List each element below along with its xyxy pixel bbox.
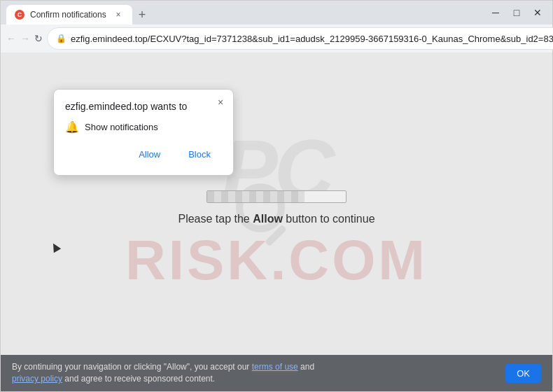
- address-bar: ← → ↻ 🔒 ezfig.emindeed.top/ECXUV?tag_id=…: [1, 24, 552, 52]
- allow-button[interactable]: Allow: [127, 145, 172, 164]
- popup-notification-label: Show notifications: [85, 122, 158, 132]
- content-area: PC RISK.COM Please tap the Allow button …: [1, 52, 552, 391]
- tab-title: Confirm notifications: [30, 10, 106, 20]
- banner-text-before: By continuing your navigation or clickin…: [12, 362, 252, 372]
- popup-actions: Allow Block: [65, 145, 222, 164]
- forward-button[interactable]: →: [20, 29, 30, 48]
- tab-close-button[interactable]: ×: [113, 9, 124, 20]
- tab-strip: C Confirm notifications × +: [6, 1, 484, 24]
- bell-icon: 🔔: [65, 120, 79, 134]
- page-message: Please tap the Allow button to continue: [178, 213, 374, 225]
- terms-of-use-link[interactable]: terms of use: [252, 362, 298, 372]
- message-suffix: button to continue: [283, 213, 375, 225]
- message-bold: Allow: [253, 213, 283, 225]
- message-prefix: Please tap the: [178, 213, 253, 225]
- address-bar-input[interactable]: 🔒 ezfig.emindeed.top/ECXUV?tag_id=737123…: [47, 27, 553, 50]
- privacy-policy-link[interactable]: privacy policy: [12, 374, 62, 384]
- active-tab[interactable]: C Confirm notifications ×: [6, 5, 132, 24]
- progress-bar-fill: [207, 191, 304, 202]
- block-button[interactable]: Block: [177, 145, 222, 164]
- minimize-button[interactable]: ─: [486, 5, 505, 20]
- banner-text-after: and agree to receive sponsored content.: [62, 374, 215, 384]
- banner-text-middle: and: [298, 362, 314, 372]
- refresh-button[interactable]: ↻: [34, 29, 43, 48]
- tab-favicon: C: [15, 10, 24, 20]
- progress-bar: [206, 190, 346, 203]
- maximize-button[interactable]: □: [507, 5, 526, 20]
- security-lock-icon: 🔒: [56, 34, 66, 43]
- browser-window: C Confirm notifications × + ─ □ ✕ ← → ↻ …: [0, 0, 553, 392]
- close-window-button[interactable]: ✕: [528, 5, 547, 20]
- ok-button[interactable]: OK: [505, 364, 541, 383]
- popup-title: ezfig.emindeed.top wants to: [65, 101, 222, 112]
- new-tab-button[interactable]: +: [132, 5, 152, 24]
- notification-popup: ezfig.emindeed.top wants to × 🔔 Show not…: [53, 89, 234, 176]
- banner-text: By continuing your navigation or clickin…: [12, 361, 497, 385]
- window-controls: ─ □ ✕: [486, 5, 547, 20]
- popup-close-button[interactable]: ×: [214, 95, 227, 109]
- popup-notification-row: 🔔 Show notifications: [65, 120, 222, 134]
- back-button[interactable]: ←: [6, 29, 16, 48]
- title-bar: C Confirm notifications × + ─ □ ✕: [1, 1, 552, 24]
- bottom-banner: By continuing your navigation or clickin…: [1, 355, 552, 391]
- url-text: ezfig.emindeed.top/ECXUV?tag_id=7371238&…: [71, 34, 553, 44]
